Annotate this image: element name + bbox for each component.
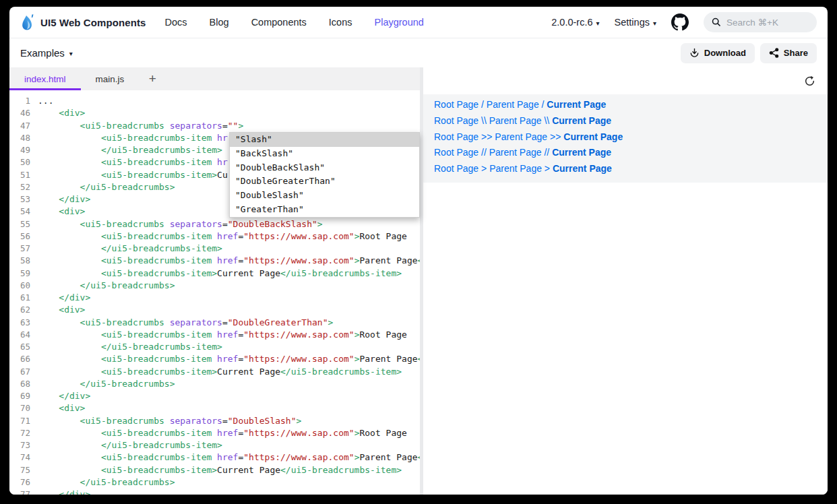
breadcrumb-link-root[interactable]: Root Page — [434, 131, 478, 142]
share-label: Share — [784, 48, 808, 58]
code-text: </ui5-breadcrumbs> — [38, 476, 175, 489]
preview-toolbar — [423, 67, 828, 94]
code-line[interactable]: 63 <ui5-breadcrumbs separators="DoubleGr… — [9, 317, 420, 329]
breadcrumb-separator: // — [542, 147, 553, 158]
code-line[interactable]: 73 </ui5-breadcrumbs-item> — [9, 439, 420, 451]
code-line[interactable]: 75 <ui5-breadcrumbs-item>Current Page</u… — [9, 464, 420, 476]
breadcrumb-link-parent[interactable]: Parent Page — [489, 163, 542, 174]
code-line[interactable]: 47 <ui5-breadcrumbs separators=""> — [9, 120, 420, 132]
version-menu[interactable]: 2.0.0-rc.6 ▾ — [551, 17, 599, 28]
code-line[interactable]: 46 <div> — [9, 107, 420, 119]
code-line[interactable]: 55 <ui5-breadcrumbs separators="DoubleBa… — [9, 218, 420, 230]
code-line[interactable]: 65 </ui5-breadcrumbs-item> — [9, 341, 420, 353]
code-line[interactable]: 66 <ui5-breadcrumbs-item href="https://w… — [9, 353, 420, 365]
chevron-down-icon: ▾ — [69, 50, 73, 57]
line-number: 74 — [9, 451, 30, 464]
add-tab-button[interactable]: + — [139, 67, 166, 90]
line-number: 60 — [9, 280, 30, 292]
line-number: 61 — [9, 292, 30, 304]
line-number: 73 — [9, 439, 30, 451]
line-number: 75 — [9, 464, 30, 476]
refresh-icon[interactable] — [803, 75, 815, 87]
autocomplete-option[interactable]: "DoubleGreaterThan" — [230, 175, 419, 189]
breadcrumb-link-root[interactable]: Root Page — [434, 147, 478, 158]
breadcrumb-link-parent[interactable]: Parent Page — [489, 115, 542, 126]
line-number: 56 — [9, 230, 30, 243]
code-line[interactable]: 59 <ui5-breadcrumbs-item>Current Page</u… — [9, 267, 420, 280]
code-line[interactable]: 60 </ui5-breadcrumbs> — [9, 280, 420, 292]
code-line[interactable]: 69 </div> — [9, 390, 420, 402]
autocomplete-option[interactable]: "BackSlash" — [230, 147, 419, 161]
code-line[interactable]: 77 </div> — [9, 489, 420, 495]
code-text: <ui5-breadcrumbs-item href="https://www.… — [38, 329, 407, 341]
chevron-down-icon: ▾ — [653, 20, 656, 27]
code-line[interactable]: 62 <div> — [9, 304, 420, 316]
line-number: 53 — [9, 193, 30, 206]
editor-tab-main-js[interactable]: main.js — [81, 67, 140, 90]
nav-link-playground[interactable]: Playground — [375, 17, 424, 28]
breadcrumb-link-root[interactable]: Root Page — [434, 115, 478, 126]
code-text: <ui5-breadcrumbs-item href="https://www.… — [38, 427, 407, 439]
examples-toolbar: Examples ▾ Download Share — [9, 38, 828, 67]
breadcrumb-link-parent[interactable]: Parent Page — [489, 147, 542, 158]
autocomplete-option[interactable]: "GreaterThan" — [230, 203, 419, 217]
code-line[interactable]: 76 </ui5-breadcrumbs> — [9, 476, 420, 489]
breadcrumb-link-parent[interactable]: Parent Page — [487, 99, 539, 110]
code-line[interactable]: 1... — [9, 95, 420, 107]
code-text: <ui5-breadcrumbs-item hr — [38, 132, 228, 144]
nav-link-blog[interactable]: Blog — [210, 17, 229, 28]
brand-title: UI5 Web Components — [40, 17, 146, 28]
autocomplete-option[interactable]: "DoubleBackSlash" — [230, 161, 419, 175]
breadcrumb-link-parent[interactable]: Parent Page — [495, 131, 547, 142]
code-text: <div> — [38, 206, 85, 218]
line-number: 52 — [9, 181, 30, 193]
nav-link-docs[interactable]: Docs — [165, 17, 187, 28]
share-button[interactable]: Share — [760, 43, 817, 63]
editor-tab-index-html[interactable]: index.html — [9, 67, 81, 90]
code-text: </ui5-breadcrumbs-item> — [38, 243, 222, 255]
code-line[interactable]: 61 </div> — [9, 292, 420, 304]
code-text: </div> — [38, 489, 90, 495]
code-line[interactable]: 74 <ui5-breadcrumbs-item href="https://w… — [9, 451, 420, 464]
breadcrumb-link-root[interactable]: Root Page — [434, 99, 478, 110]
nav-link-components[interactable]: Components — [251, 17, 307, 28]
code-line[interactable]: 71 <ui5-breadcrumbs separators="DoubleSl… — [9, 415, 420, 427]
code-line[interactable]: 70 <div> — [9, 402, 420, 414]
search-box[interactable] — [704, 12, 817, 32]
code-line[interactable]: 56 <ui5-breadcrumbs-item href="https://w… — [9, 230, 420, 243]
brand[interactable]: UI5 Web Components — [20, 13, 146, 31]
code-text: <ui5-breadcrumbs-item href="https://www.… — [38, 230, 407, 243]
code-line[interactable]: 67 <ui5-breadcrumbs-item>Current Page</u… — [9, 366, 420, 378]
editor-tabbar: index.htmlmain.js+ — [9, 67, 420, 90]
line-number: 51 — [9, 169, 30, 181]
line-number: 67 — [9, 366, 30, 378]
line-number: 57 — [9, 243, 30, 255]
line-number: 77 — [9, 489, 30, 495]
code-line[interactable]: 68 </ui5-breadcrumbs> — [9, 378, 420, 390]
breadcrumb-current-page: Current Page — [547, 99, 606, 110]
autocomplete-option[interactable]: "DoubleSlash" — [230, 189, 419, 203]
download-button[interactable]: Download — [681, 43, 755, 63]
top-header: UI5 Web Components DocsBlogComponentsIco… — [9, 7, 828, 38]
examples-menu[interactable]: Examples ▾ — [20, 47, 73, 59]
search-input[interactable] — [726, 18, 801, 28]
code-text: </ui5-breadcrumbs> — [38, 181, 175, 193]
nav-link-icons[interactable]: Icons — [329, 17, 352, 28]
code-text: ... — [38, 95, 53, 107]
chevron-down-icon: ▾ — [596, 20, 600, 27]
autocomplete-option[interactable]: "Slash" — [230, 133, 419, 147]
breadcrumb-link-root[interactable]: Root Page — [434, 163, 478, 174]
code-line[interactable]: 58 <ui5-breadcrumbs-item href="https://w… — [9, 255, 420, 267]
toolbar-actions: Download Share — [681, 43, 817, 63]
settings-menu[interactable]: Settings ▾ — [615, 17, 656, 28]
line-number: 46 — [9, 107, 30, 119]
code-line[interactable]: 57 </ui5-breadcrumbs-item> — [9, 243, 420, 255]
github-icon[interactable] — [671, 13, 689, 31]
line-number: 50 — [9, 156, 30, 168]
code-line[interactable]: 72 <ui5-breadcrumbs-item href="https://w… — [9, 427, 420, 439]
code-editor-pane: index.htmlmain.js+ 1...46 <div>47 <ui5-b… — [9, 67, 420, 495]
code-line[interactable]: 64 <ui5-breadcrumbs-item href="https://w… — [9, 329, 420, 341]
line-number: 49 — [9, 144, 30, 156]
code-text: </ui5-breadcrumbs> — [38, 280, 175, 292]
line-number: 72 — [9, 427, 30, 439]
